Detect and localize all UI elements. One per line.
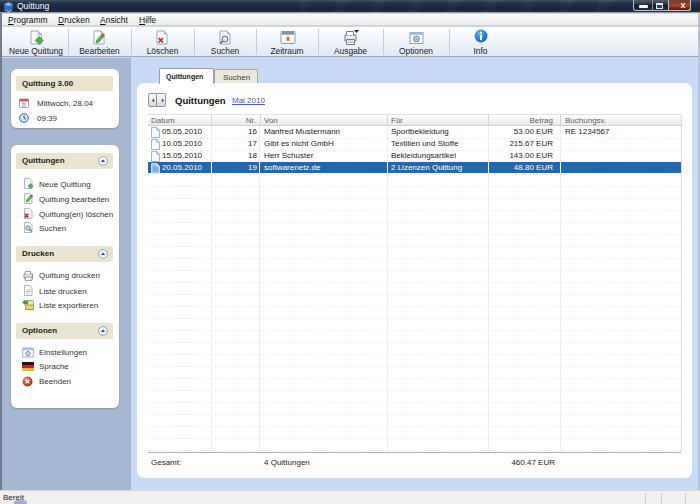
svg-text:1: 1 [23, 103, 25, 107]
